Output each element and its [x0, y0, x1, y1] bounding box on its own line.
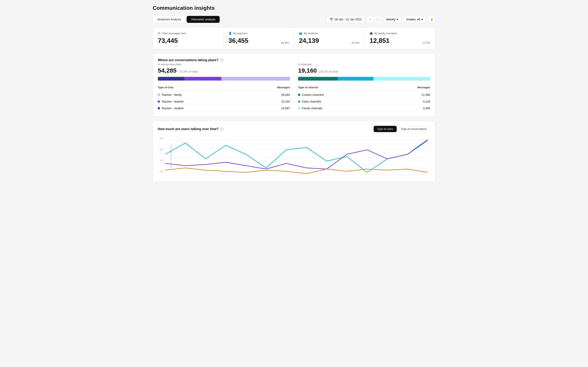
one-on-one-bar [158, 77, 290, 81]
chart-info-icon[interactable]: ? [220, 127, 224, 131]
stat-total-value: 73,445 [158, 37, 218, 44]
stat-teachers-percent: 49.6% [281, 41, 289, 44]
next-date-btn[interactable]: › [374, 16, 381, 23]
tab-volumetric[interactable]: Volumetric analysis [187, 16, 220, 23]
table-row: Family channels 2,456 [298, 105, 430, 111]
page-title: Communication insights [153, 5, 435, 11]
chart-header: How much are users talking over time? ? … [158, 126, 430, 132]
tab-sentiment[interactable]: Sentiment Analysis [153, 16, 185, 23]
calendar-icon: 📅 [329, 18, 333, 21]
bar-seg-3 [221, 77, 290, 81]
stat-teachers-label: 👤 By teachers [228, 32, 289, 35]
y-label-20k: 20K [158, 148, 164, 151]
yellow-line [165, 168, 428, 174]
bar-seg-custom [298, 77, 338, 81]
y-label-10k: 10K [158, 170, 164, 173]
dot-family-ch [298, 107, 300, 109]
dot-teacher-family [158, 94, 160, 96]
table-row: Teacher - teacher 15,324 [158, 98, 290, 105]
chart-panel: How much are users talking over time? ? … [153, 121, 435, 182]
bar-seg-2 [184, 77, 221, 81]
teacher-icon: 👤 [228, 32, 232, 35]
stat-teachers: 👤 By teachers 36,455 49.6% [224, 27, 294, 49]
toggle-type-users[interactable]: Type of users [374, 126, 397, 132]
bar-seg-class [338, 77, 373, 81]
channels-bar [298, 77, 430, 81]
bar-seg-1 [158, 77, 184, 81]
channels-table: Type of channel Messages Custom channels… [298, 85, 430, 111]
dot-custom [298, 94, 300, 96]
table-row: Custom channels 11,580 [298, 92, 430, 98]
stats-row: ☰ Total messages sent 73,445 👤 By teache… [153, 27, 435, 49]
grades-dropdown[interactable]: Grades: All ▾ [403, 16, 426, 23]
table-row: Class channels 5,124 [298, 98, 430, 105]
stat-teachers-value: 36,455 [228, 37, 249, 44]
messages-icon: ☰ [158, 32, 160, 35]
bar-seg-family [373, 77, 430, 81]
y-label-15k: 15K [158, 159, 164, 162]
weekly-label: Weekly [386, 18, 396, 21]
info-icon[interactable]: ? [220, 58, 223, 62]
tabs-container: Sentiment Analysis Volumetric analysis [153, 16, 220, 23]
y-axis-label: Number of messages sent [170, 145, 172, 169]
chevron-down-icon: ▾ [397, 18, 398, 21]
prev-date-btn[interactable]: ‹ [367, 16, 374, 23]
chart-toggle: Type of users Type of conversations [374, 126, 430, 132]
family-icon: 👨‍👩‍👧 [370, 32, 373, 35]
lightbulb-icon: 💡 [430, 18, 433, 21]
purple-line [165, 140, 428, 169]
date-range-label: 06 Jan - 12 Jan 2023 [335, 18, 362, 21]
date-range-picker[interactable]: 📅 06 Jan - 12 Jan 2023 [327, 16, 365, 23]
conversations-panel: Where are conversations taking place? ? … [153, 53, 435, 117]
stat-students-label: 👥 By students [299, 32, 360, 35]
toggle-type-conversations[interactable]: Type of conversations [398, 126, 430, 132]
dot-teacher-teacher [158, 100, 160, 103]
table-row: Teacher - family 26,064 [158, 92, 290, 98]
one-on-one-table: Type of chat Messages Teacher - family 2… [158, 85, 290, 111]
table-header-channels: Type of channel Messages [298, 85, 430, 90]
dot-teacher-student [158, 107, 160, 109]
stat-family-value: 12,851 [370, 37, 389, 44]
grades-label: Grades: All [406, 18, 420, 21]
stat-total-label: ☰ Total messages sent [158, 32, 218, 35]
student-icon: 👥 [299, 32, 302, 35]
chart-title: How much are users talking over time? ? [158, 127, 224, 131]
stat-family: 👨‍👩‍👧 By family members 12,851 17.5% [365, 27, 435, 49]
stat-family-label: 👨‍👩‍👧 By family members [370, 32, 430, 35]
table-header: Type of chat Messages [158, 85, 290, 90]
dot-class [298, 100, 300, 103]
channels-section: In channels 19,160 (26.1% of total) Type… [298, 63, 430, 111]
convo-cols: In one-on-one chats 54,285 (73.9% of tot… [158, 63, 430, 111]
stat-family-percent: 17.5% [422, 41, 430, 44]
one-on-one-subtitle: In one-on-one chats [158, 63, 290, 66]
page-container: Communication insights Sentiment Analysi… [147, 0, 441, 187]
controls-bar: 📅 06 Jan - 12 Jan 2023 ‹ › Weekly ▾ Grad… [327, 16, 435, 23]
date-nav: ‹ › [367, 16, 381, 23]
settings-icon-btn[interactable]: 💡 [428, 16, 435, 23]
top-bar: Sentiment Analysis Volumetric analysis 📅… [153, 16, 435, 23]
y-label-25k: 25K [158, 137, 164, 140]
one-on-one-value: 54,285 (73.9% of total) [158, 67, 290, 74]
weekly-dropdown[interactable]: Weekly ▾ [383, 16, 401, 23]
channels-value: 19,160 (26.1% of total) [298, 67, 430, 74]
table-row: Teacher - student 12,897 [158, 105, 290, 111]
stat-students: 👥 By students 24,139 32.9% [294, 27, 365, 49]
one-on-one-section: In one-on-one chats 54,285 (73.9% of tot… [158, 63, 290, 111]
channels-subtitle: In channels [298, 63, 430, 66]
teal-line [165, 141, 428, 173]
stat-students-value: 24,139 [299, 37, 319, 44]
stat-total: ☰ Total messages sent 73,445 [153, 27, 223, 49]
chevron-down-icon-grades: ▾ [421, 18, 423, 21]
chart-area: 25K 20K 15K 10K [158, 136, 430, 177]
line-chart-svg [165, 136, 430, 177]
stat-students-percent: 32.9% [352, 41, 360, 44]
conversations-title: Where are conversations taking place? ? [158, 58, 430, 62]
